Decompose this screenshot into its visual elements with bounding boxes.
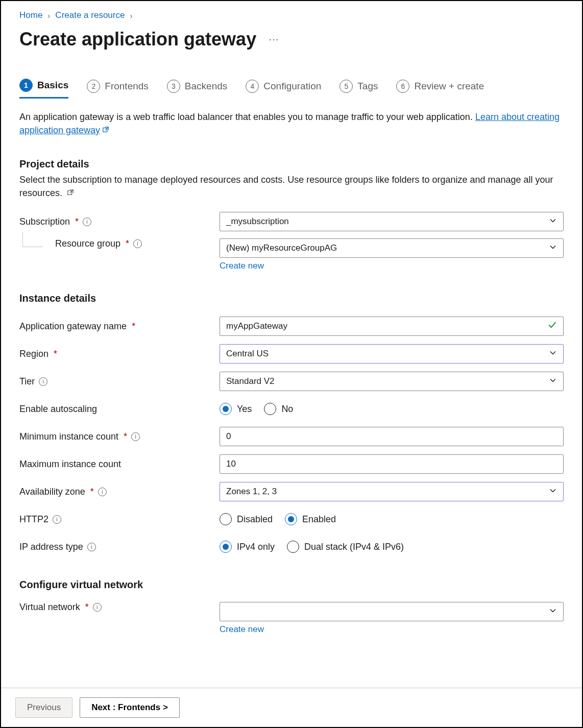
tab-number-icon: 5 [339, 80, 353, 93]
tier-select[interactable]: Standard V2 [220, 372, 564, 391]
info-icon[interactable]: i [93, 603, 102, 612]
tab-number-icon: 6 [396, 80, 409, 93]
tab-tags[interactable]: 5 Tags [339, 79, 378, 99]
min-instance-value: 0 [226, 431, 231, 442]
required-asterisk: * [75, 216, 79, 227]
required-asterisk: * [90, 487, 94, 497]
info-icon[interactable]: i [53, 515, 61, 524]
tab-basics[interactable]: 1 Basics [19, 79, 68, 99]
required-asterisk: * [132, 321, 135, 332]
ip-address-type-label: IP address type i [19, 542, 220, 552]
info-icon[interactable]: i [131, 432, 140, 441]
chevron-down-icon [549, 376, 557, 387]
chevron-down-icon [549, 216, 557, 227]
radio-icon [285, 513, 297, 525]
subscription-select[interactable]: _mysubscription [220, 212, 564, 231]
app-gateway-name-label: Application gateway name* [19, 321, 220, 332]
radio-icon [264, 403, 276, 415]
info-icon[interactable]: i [98, 488, 107, 496]
availability-zone-label: Availability zone* i [19, 487, 220, 497]
region-select[interactable]: Central US [220, 344, 564, 363]
tab-label: Frontends [105, 81, 149, 92]
tab-label: Review + create [414, 81, 484, 92]
radio-label: Disabled [237, 514, 273, 525]
http2-label: HTTP2 i [19, 514, 220, 525]
subscription-value: _mysubscription [226, 216, 289, 227]
tab-configuration[interactable]: 4 Configuration [246, 79, 321, 99]
wizard-footer: Previous Next : Frontends > [1, 688, 582, 727]
tab-label: Basics [37, 80, 68, 91]
tab-number-icon: 3 [167, 80, 180, 93]
project-details-description: Select the subscription to manage deploy… [19, 173, 564, 200]
info-icon[interactable]: i [87, 543, 96, 551]
radio-label: Yes [237, 404, 252, 415]
tab-backends[interactable]: 3 Backends [167, 79, 227, 99]
autoscaling-label: Enable autoscaling [19, 404, 220, 415]
app-gateway-name-input[interactable]: myAppGateway [220, 317, 564, 336]
http2-enabled-radio[interactable]: Enabled [285, 513, 336, 525]
intro-text: An application gateway is a web traffic … [19, 110, 564, 137]
tab-label: Tags [357, 81, 378, 92]
previous-button[interactable]: Previous [15, 697, 72, 718]
radio-icon [220, 513, 232, 525]
next-frontends-button[interactable]: Next : Frontends > [80, 697, 180, 718]
chevron-right-icon: › [130, 11, 132, 20]
tier-label: Tier i [19, 376, 220, 387]
app-gateway-name-value: myAppGateway [226, 321, 287, 331]
min-instance-label: Minimum instance count* i [19, 431, 220, 442]
more-actions-icon[interactable]: ⋯ [265, 31, 283, 47]
tab-review-create[interactable]: 6 Review + create [396, 79, 484, 99]
tab-frontends[interactable]: 2 Frontends [87, 79, 149, 99]
ipv4-only-radio[interactable]: IPv4 only [220, 541, 275, 553]
info-icon[interactable]: i [83, 217, 91, 226]
tab-label: Configuration [263, 81, 321, 92]
radio-label: Dual stack (IPv4 & IPv6) [304, 542, 404, 552]
create-new-vnet-link[interactable]: Create new [220, 624, 264, 635]
resource-group-select[interactable]: (New) myResourceGroupAG [220, 238, 564, 258]
instance-details-heading: Instance details [19, 293, 564, 304]
create-new-rg-link[interactable]: Create new [220, 261, 264, 271]
required-asterisk: * [54, 349, 57, 359]
region-label: Region* [19, 349, 220, 359]
tier-value: Standard V2 [226, 376, 275, 386]
tab-number-icon: 1 [19, 79, 33, 92]
breadcrumb-home[interactable]: Home [19, 10, 42, 20]
svg-rect-1 [68, 191, 72, 195]
tab-number-icon: 2 [87, 80, 100, 93]
virtual-network-select[interactable] [220, 602, 564, 621]
resource-group-value: (New) myResourceGroupAG [226, 243, 337, 253]
chevron-down-icon [549, 243, 557, 254]
availability-zone-value: Zones 1, 2, 3 [226, 487, 277, 497]
intro-description: An application gateway is a web traffic … [19, 112, 475, 122]
autoscaling-yes-radio[interactable]: Yes [220, 403, 252, 415]
required-asterisk: * [124, 431, 127, 442]
chevron-down-icon [549, 487, 557, 497]
min-instance-input[interactable]: 0 [220, 427, 564, 446]
chevron-down-icon [549, 606, 557, 617]
tab-number-icon: 4 [246, 80, 259, 93]
external-link-icon [102, 124, 109, 131]
http2-disabled-radio[interactable]: Disabled [220, 513, 273, 525]
autoscaling-no-radio[interactable]: No [264, 403, 293, 415]
max-instance-input[interactable]: 10 [220, 454, 564, 474]
radio-label: No [281, 404, 293, 415]
page-title: Create application gateway [19, 29, 256, 50]
resource-group-label: Resource group* i [19, 238, 220, 249]
required-asterisk: * [126, 238, 129, 249]
chevron-right-icon: › [47, 11, 50, 20]
subscription-label: Subscription* i [19, 216, 220, 227]
radio-icon [287, 541, 299, 553]
availability-zone-select[interactable]: Zones 1, 2, 3 [220, 482, 564, 501]
max-instance-label: Maximum instance count [19, 459, 220, 470]
info-icon[interactable]: i [133, 239, 142, 248]
configure-vnet-heading: Configure virtual network [19, 579, 564, 591]
validation-check-icon [548, 321, 557, 332]
info-icon[interactable]: i [39, 377, 47, 386]
radio-icon [220, 541, 232, 553]
tree-connector-icon [22, 232, 43, 247]
breadcrumb-create-resource[interactable]: Create a resource [55, 10, 125, 20]
max-instance-value: 10 [226, 459, 236, 469]
breadcrumb: Home › Create a resource › [19, 10, 564, 20]
radio-icon [220, 403, 232, 415]
dual-stack-radio[interactable]: Dual stack (IPv4 & IPv6) [287, 541, 404, 553]
